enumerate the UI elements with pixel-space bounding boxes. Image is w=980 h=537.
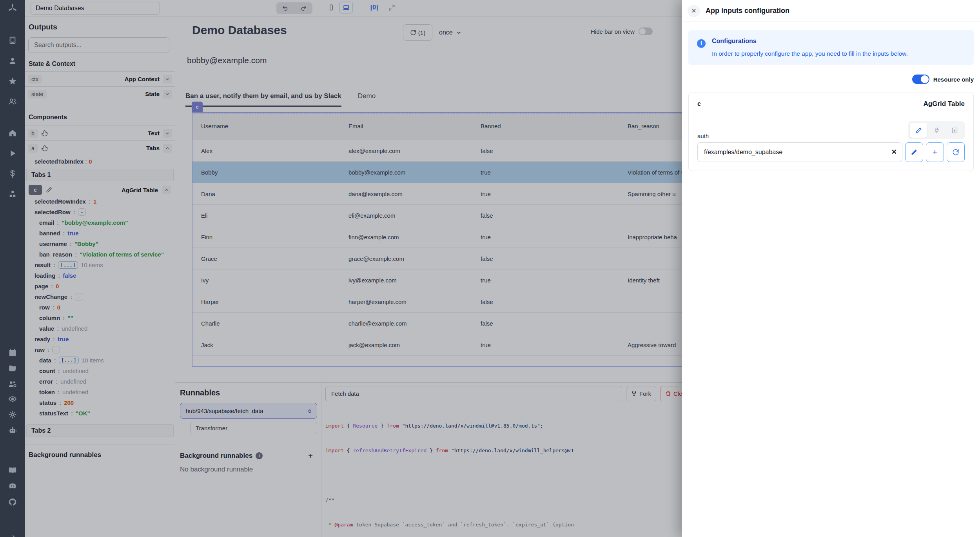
robot-ai-icon[interactable] xyxy=(0,424,25,437)
col-header-username[interactable]: Username xyxy=(192,123,340,129)
tab-ban-user[interactable]: Ban a user, notify them by email, and us… xyxy=(185,92,341,107)
chevron-down-icon[interactable] xyxy=(163,129,172,138)
runnable-path: hub/943/supabase/fetch_data xyxy=(186,408,263,414)
chevron-down-icon[interactable] xyxy=(163,75,172,84)
users-icon[interactable] xyxy=(0,95,25,108)
gear-settings-icon[interactable] xyxy=(0,408,25,421)
tree-row-ready: ready:true xyxy=(34,334,69,344)
edit-resource-button[interactable] xyxy=(905,142,923,162)
collapse-toggle[interactable]: - xyxy=(75,293,83,300)
center-canvas-button[interactable]: |0| xyxy=(368,2,381,13)
add-resource-button[interactable]: + xyxy=(926,142,944,162)
windmill-logo[interactable] xyxy=(0,0,25,16)
component-c-type: AgGrid Table xyxy=(122,187,158,193)
tree-row-loading: loading:false xyxy=(34,270,76,281)
app-title-input[interactable] xyxy=(31,2,160,15)
selected-component-badge[interactable]: c xyxy=(192,102,203,112)
discord-icon[interactable] xyxy=(0,479,25,493)
smartphone-icon xyxy=(328,4,335,11)
calendar-schedules-icon[interactable] xyxy=(0,346,25,359)
refresh-icon xyxy=(410,29,416,36)
undo-button[interactable] xyxy=(279,2,292,14)
refresh-button[interactable]: (1) xyxy=(403,24,432,41)
github-icon[interactable] xyxy=(0,495,25,509)
tabs2-section-header[interactable]: Tabs 2 xyxy=(26,424,174,437)
search-outputs-input[interactable] xyxy=(28,37,169,53)
expand-canvas-button[interactable] xyxy=(385,2,398,13)
pointer-hand-icon[interactable] xyxy=(41,145,48,151)
mobile-view-button[interactable] xyxy=(325,2,338,13)
chevron-up-icon[interactable] xyxy=(162,186,171,194)
tree-row-result: result:[...]10 items xyxy=(34,260,103,270)
app-inputs-drawer: ✕ App inputs configuration i Configurati… xyxy=(682,0,980,537)
collapse-toggle[interactable]: - xyxy=(78,208,86,216)
icon-sidebar xyxy=(0,16,25,537)
pointer-hand-icon[interactable] xyxy=(41,130,48,137)
input-mode-toolbar xyxy=(908,121,965,139)
canvas-align-group: |0| xyxy=(368,2,398,13)
static-mode-button[interactable] xyxy=(910,123,927,138)
users-settings-icon[interactable] xyxy=(0,377,25,391)
add-background-runnable-button[interactable]: + xyxy=(305,450,316,462)
component-type: AgGrid Table xyxy=(924,100,965,108)
state-chip: state xyxy=(28,90,47,98)
col-header-email[interactable]: Email xyxy=(340,123,472,129)
drawer-header: ✕ App inputs configuration xyxy=(682,0,980,22)
tree-row-status: status:200 xyxy=(39,397,74,408)
output-row-a[interactable]: a Tabs xyxy=(25,140,175,155)
transformer-label: Transformer xyxy=(196,425,227,431)
tree-row-token: token:undefined xyxy=(39,387,88,397)
resource-only-toggle[interactable] xyxy=(912,75,929,84)
play-runs-icon[interactable] xyxy=(0,147,25,160)
folder-icon[interactable] xyxy=(0,362,25,375)
outputs-panel: Outputs State & Context ctx App Context … xyxy=(25,16,175,537)
auth-field-row: auth xyxy=(697,121,965,139)
home-icon[interactable] xyxy=(0,126,25,140)
auth-input-wrap: ✕ xyxy=(697,142,902,162)
cubes-resources-icon[interactable] xyxy=(0,187,25,201)
chevron-down-icon[interactable] xyxy=(163,90,172,98)
aggrid-component-row[interactable]: c AgGrid Table xyxy=(26,183,174,197)
hide-bar-toggle[interactable] xyxy=(639,27,653,35)
col-header-banned[interactable]: Banned xyxy=(472,123,619,129)
fork-button[interactable]: Fork xyxy=(626,386,656,401)
redo-button[interactable] xyxy=(297,2,310,14)
tree-row-value: value:undefined xyxy=(39,323,87,334)
desktop-view-button[interactable] xyxy=(339,2,353,13)
script-name-input[interactable] xyxy=(325,386,622,401)
runnables-panel: Runnables hub/943/supabase/fetch_data c … xyxy=(175,383,321,537)
dollar-variables-icon[interactable] xyxy=(0,167,25,180)
tabs1-section-header[interactable]: Tabs 1 xyxy=(26,169,174,181)
tree-row-column: column:"" xyxy=(39,313,73,323)
component-b-type: Text xyxy=(148,130,160,137)
tab-demo[interactable]: Demo xyxy=(358,92,376,107)
book-docs-icon[interactable] xyxy=(0,464,25,477)
star-icon[interactable] xyxy=(0,75,25,88)
schedule-dropdown[interactable]: once xyxy=(439,24,462,41)
clear-input-icon[interactable]: ✕ xyxy=(891,148,897,156)
close-icon[interactable]: ✕ xyxy=(688,5,700,17)
state-type-label: State xyxy=(145,91,160,97)
expand-array-button[interactable]: [...] xyxy=(59,357,79,364)
workspace-icon[interactable] xyxy=(0,34,25,47)
transformer-item[interactable]: Transformer xyxy=(191,422,317,434)
pencil-icon[interactable] xyxy=(46,187,52,193)
eval-mode-button[interactable] xyxy=(946,123,963,138)
refresh-resource-button[interactable] xyxy=(947,142,965,162)
text-component-b[interactable]: bobby@example.com xyxy=(187,56,267,65)
runnable-item-fetch-data[interactable]: hub/943/supabase/fetch_data c xyxy=(180,403,317,419)
collapse-toggle[interactable]: - xyxy=(52,346,60,353)
outputs-title: Outputs xyxy=(29,23,57,31)
eye-logs-icon[interactable] xyxy=(0,392,25,406)
user-icon[interactable] xyxy=(0,54,25,67)
output-row-state[interactable]: state State xyxy=(25,86,175,101)
connect-mode-button[interactable] xyxy=(928,123,945,138)
output-row-b[interactable]: b Text xyxy=(25,126,175,140)
components-title: Components xyxy=(29,114,67,121)
output-row-ctx[interactable]: ctx App Context xyxy=(25,71,175,86)
expand-array-button[interactable]: [...] xyxy=(58,261,78,269)
ctx-type-label: App Context xyxy=(125,76,160,82)
chevron-up-icon[interactable] xyxy=(163,144,172,153)
arrow-right-collapse-icon[interactable] xyxy=(0,531,25,537)
resource-path-input[interactable] xyxy=(697,142,902,162)
